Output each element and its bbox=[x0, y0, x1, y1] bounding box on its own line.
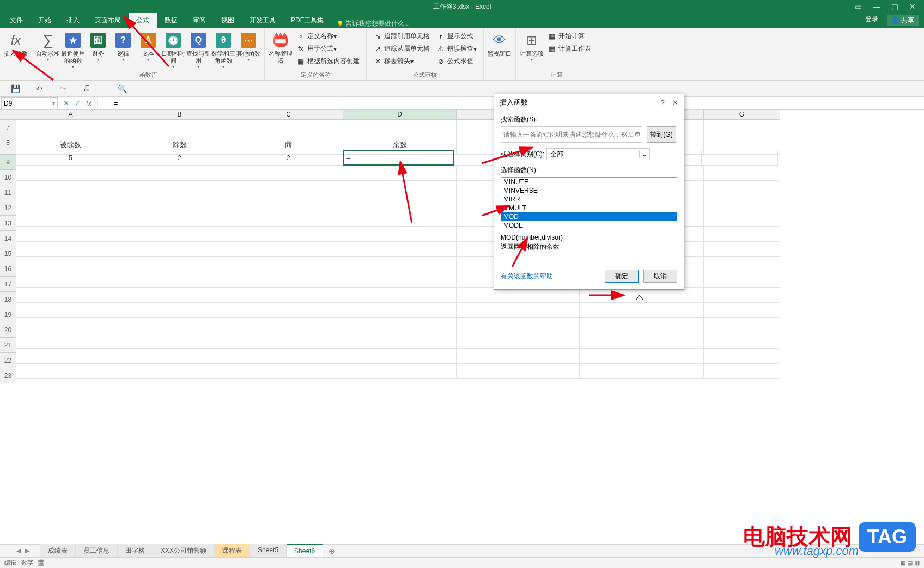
cell[interactable] bbox=[234, 181, 343, 196]
select-all-button[interactable] bbox=[0, 110, 16, 120]
cell[interactable] bbox=[125, 364, 234, 379]
cell[interactable] bbox=[343, 257, 457, 272]
function-option[interactable]: MMULT bbox=[501, 204, 677, 212]
row-header[interactable]: 22 bbox=[0, 353, 16, 368]
dialog-titlebar[interactable]: 插入函数 ? ✕ bbox=[494, 94, 684, 111]
row-header[interactable]: 8 bbox=[0, 135, 16, 155]
more-functions-button[interactable]: ⋯其他函数▾ bbox=[236, 29, 261, 62]
cell[interactable]: = bbox=[343, 150, 454, 166]
function-option[interactable]: MIRR bbox=[501, 195, 677, 204]
cell[interactable]: 5 bbox=[16, 150, 125, 166]
lookup-ref-button[interactable]: Q查找与引用▾ bbox=[186, 29, 211, 69]
macro-record-icon[interactable]: ▦ bbox=[38, 559, 44, 566]
cell[interactable] bbox=[704, 227, 780, 242]
worksheet[interactable]: ABCDEFG 7891011121314151617181920212223 … bbox=[0, 110, 924, 557]
watch-window-button[interactable]: 👁监视窗口 bbox=[487, 29, 512, 57]
cell[interactable] bbox=[704, 196, 780, 211]
row-header[interactable]: 12 bbox=[0, 200, 16, 216]
function-option[interactable]: MINUTE bbox=[501, 178, 677, 186]
name-box[interactable]: D9 bbox=[1, 97, 58, 109]
cell[interactable] bbox=[234, 333, 343, 349]
tab-file[interactable]: 文件 bbox=[2, 13, 31, 28]
cell[interactable] bbox=[125, 257, 234, 272]
tab-page-layout[interactable]: 页面布局 bbox=[87, 13, 129, 28]
cell[interactable] bbox=[580, 303, 704, 318]
cell[interactable] bbox=[16, 211, 125, 227]
cell[interactable] bbox=[234, 318, 343, 333]
tab-developer[interactable]: 开发工具 bbox=[242, 13, 283, 28]
row-header[interactable]: 14 bbox=[0, 231, 16, 246]
function-option[interactable]: MODE bbox=[501, 221, 677, 229]
cell[interactable] bbox=[234, 166, 343, 181]
cell[interactable] bbox=[343, 242, 457, 257]
cell[interactable] bbox=[125, 349, 234, 364]
cell[interactable] bbox=[343, 318, 457, 333]
row-header[interactable]: 13 bbox=[0, 216, 16, 231]
cell[interactable] bbox=[457, 318, 580, 333]
function-help-link[interactable]: 有关该函数的帮助 bbox=[501, 272, 553, 281]
insert-function-button[interactable]: fx 插入函数 bbox=[3, 29, 28, 57]
cancel-button[interactable]: 取消 bbox=[643, 270, 677, 283]
cell[interactable] bbox=[704, 333, 780, 349]
recently-used-button[interactable]: ★最近使用的函数▾ bbox=[60, 29, 86, 69]
sheet-tab[interactable]: 课程表 bbox=[215, 544, 250, 558]
trace-dependents-button[interactable]: ↗追踪从属单元格 bbox=[370, 43, 433, 54]
function-option[interactable]: MOD bbox=[501, 212, 677, 221]
cell[interactable] bbox=[16, 272, 125, 288]
cell[interactable] bbox=[343, 272, 457, 288]
financial-button[interactable]: 囿财务▾ bbox=[86, 29, 111, 62]
minimize-icon[interactable]: — bbox=[873, 2, 880, 11]
cell[interactable] bbox=[457, 288, 580, 303]
row-header[interactable]: 18 bbox=[0, 292, 16, 307]
cell[interactable] bbox=[16, 196, 125, 211]
cell[interactable] bbox=[234, 242, 343, 257]
cell[interactable] bbox=[234, 303, 343, 318]
cell[interactable] bbox=[343, 349, 457, 364]
tab-nav-last-icon[interactable]: ▶ bbox=[25, 547, 29, 554]
name-manager-button[interactable]: 📛名称管理器 bbox=[268, 29, 293, 64]
define-name-button[interactable]: ▫定义名称 ▾ bbox=[293, 30, 363, 42]
cell[interactable] bbox=[125, 333, 234, 349]
enter-entry-icon[interactable]: ✓ bbox=[75, 99, 81, 107]
create-from-selection-button[interactable]: ▦根据所选内容创建 bbox=[293, 56, 363, 67]
close-icon[interactable]: ✕ bbox=[909, 2, 916, 11]
row-header[interactable]: 21 bbox=[0, 338, 16, 353]
function-listbox[interactable]: MINUTEMINVERSEMIRRMMULTMODMODEMODE.MULT bbox=[501, 177, 677, 229]
cell[interactable] bbox=[704, 181, 780, 196]
cell[interactable] bbox=[125, 120, 234, 135]
cell[interactable] bbox=[125, 318, 234, 333]
cell[interactable] bbox=[234, 257, 343, 272]
text-button[interactable]: A文本▾ bbox=[136, 29, 161, 62]
search-function-input[interactable] bbox=[501, 126, 642, 143]
cell[interactable] bbox=[343, 181, 457, 196]
cell[interactable] bbox=[702, 150, 778, 166]
view-normal-icon[interactable]: ▦ bbox=[900, 559, 905, 566]
ok-button[interactable]: 确定 bbox=[605, 270, 639, 283]
cell[interactable] bbox=[704, 166, 780, 181]
cell[interactable] bbox=[16, 257, 125, 272]
cell[interactable] bbox=[16, 288, 125, 303]
tab-pdf[interactable]: PDF工具集 bbox=[283, 13, 331, 28]
print-icon[interactable]: 🖶 bbox=[82, 83, 93, 94]
calculate-sheet-button[interactable]: ▦计算工作表 bbox=[544, 43, 594, 54]
error-checking-button[interactable]: ⚠错误检查 ▾ bbox=[433, 43, 480, 54]
column-header[interactable]: B bbox=[125, 110, 234, 119]
cell[interactable] bbox=[234, 364, 343, 379]
cell[interactable] bbox=[343, 333, 457, 349]
use-in-formula-button[interactable]: fx用于公式 ▾ bbox=[293, 43, 363, 54]
row-header[interactable]: 9 bbox=[0, 155, 16, 170]
tab-formulas[interactable]: 公式 bbox=[129, 13, 157, 28]
new-sheet-button[interactable]: ⊕ bbox=[323, 546, 341, 557]
cell[interactable] bbox=[125, 166, 234, 181]
calculation-options-button[interactable]: ⊞计算选项▾ bbox=[519, 29, 544, 62]
cell[interactable] bbox=[234, 227, 343, 242]
cell[interactable] bbox=[125, 196, 234, 211]
cancel-entry-icon[interactable]: ✕ bbox=[63, 99, 69, 107]
ribbon-options-icon[interactable]: ▭ bbox=[855, 2, 862, 11]
cell[interactable] bbox=[704, 303, 780, 318]
share-button[interactable]: 👤 共享 bbox=[887, 15, 919, 26]
goto-button[interactable]: 转到(G) bbox=[647, 126, 676, 143]
preview-icon[interactable]: 🔍 bbox=[117, 83, 127, 94]
date-time-button[interactable]: 🕐日期和时间▾ bbox=[161, 29, 186, 69]
row-header[interactable]: 19 bbox=[0, 307, 16, 322]
